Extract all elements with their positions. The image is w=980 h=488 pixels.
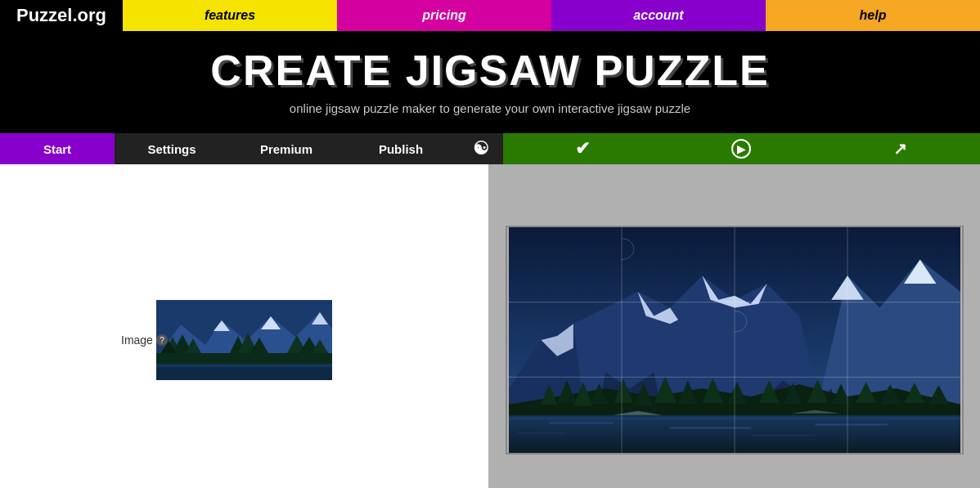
tab-yin-yang[interactable]: ☯: [458, 133, 503, 164]
nav-help[interactable]: help: [766, 0, 980, 31]
help-icon[interactable]: ?: [156, 334, 168, 346]
nav-features[interactable]: features: [123, 0, 337, 31]
play-circle-icon: ▶: [731, 139, 751, 159]
tab-share[interactable]: ↗: [821, 133, 980, 164]
tab-premium[interactable]: Premium: [229, 133, 344, 164]
svg-rect-51: [670, 427, 751, 428]
nav-account[interactable]: account: [551, 0, 766, 31]
tab-settings[interactable]: Settings: [115, 133, 229, 164]
hero-subtitle: online jigsaw puzzle maker to generate y…: [0, 101, 980, 115]
tab-bar: Start Settings Premium Publish ☯ ✔ ▶ ↗: [0, 133, 980, 164]
logo[interactable]: Puzzel.org: [0, 5, 123, 26]
svg-rect-52: [815, 424, 888, 426]
puzzle-image: [507, 227, 962, 453]
svg-rect-50: [549, 423, 614, 424]
header: Puzzel.org features pricing account help: [0, 0, 980, 31]
hero-section: CREATE JIGSAW PUZZLE online jigsaw puzzl…: [0, 31, 980, 133]
tab-publish[interactable]: Publish: [344, 133, 458, 164]
left-panel: Image ?: [0, 164, 488, 488]
nav-pricing[interactable]: pricing: [337, 0, 551, 31]
right-panel: [488, 164, 980, 488]
svg-rect-54: [750, 435, 815, 436]
share-icon: ↗: [893, 139, 907, 159]
tab-check[interactable]: ✔: [503, 133, 662, 164]
puzzle-container: [506, 226, 964, 454]
svg-rect-53: [516, 432, 564, 433]
image-label-text: Image: [121, 334, 153, 347]
svg-rect-17: [156, 364, 332, 367]
main-content: Image ?: [0, 164, 980, 488]
check-icon: ✔: [575, 138, 590, 159]
tab-start[interactable]: Start: [0, 133, 115, 164]
hero-title: CREATE JIGSAW PUZZLE: [0, 46, 980, 95]
yin-yang-icon: ☯: [473, 138, 489, 159]
tab-play-circle[interactable]: ▶: [662, 133, 820, 164]
svg-rect-16: [156, 365, 332, 380]
nav: features pricing account help: [123, 0, 980, 31]
thumbnail-image: [156, 300, 332, 380]
image-label: Image ?: [121, 334, 168, 347]
